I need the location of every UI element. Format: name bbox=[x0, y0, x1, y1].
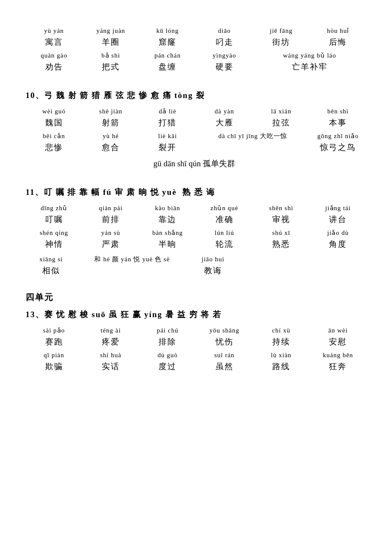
word-shejian: shè jiàn 射箭 bbox=[82, 106, 139, 129]
hanzi-jiefang: 街坊 bbox=[272, 36, 290, 49]
section10-grid: wèi guó 魏国 shè jiàn 射箭 dǎ liè 打猎 dà yàn … bbox=[26, 106, 366, 154]
hanzi-houhui: 后悔 bbox=[329, 36, 347, 49]
word-bashi: bǎ shì 把式 bbox=[82, 50, 139, 73]
pinyin-quangao: quàn gào bbox=[40, 50, 67, 61]
word-shenqing: shén qíng 神情 bbox=[26, 228, 82, 251]
section11-header: 11、叮 嘱 排 靠 幅 fú 审 肃 晌 悦 yuè 熟 悉 诲 bbox=[26, 183, 366, 201]
word-laxian: lā xián 拉弦 bbox=[253, 106, 309, 129]
word-kuangben: kuáng bēn 狂奔 bbox=[310, 350, 366, 373]
section10: 10、弓 魏 射 箭 猎 雁 弦 悲 惨 愈 痛 tòng 裂 wèi guó … bbox=[26, 87, 366, 171]
section11-grid: dīng zhǔ 叮嘱 qián pái 前排 kào biān 靠边 zhǔn… bbox=[26, 203, 366, 251]
pinyin-yingyao: yìngyào bbox=[213, 50, 236, 61]
hanzi-wangyangbulao: 亡羊补牢 bbox=[292, 61, 328, 73]
word-dachiyijing: dà chī yī jīng 大吃一惊 bbox=[196, 131, 310, 154]
hanzi-quangao: 劝告 bbox=[45, 61, 63, 73]
word-banshang: bàn shǎng 半晌 bbox=[139, 228, 196, 251]
word-saipao: sài pǎo 赛跑 bbox=[26, 325, 82, 348]
word-dingzhu: dīng zhǔ 叮嘱 bbox=[26, 203, 82, 226]
word-tengai: téng ài 疼爱 bbox=[82, 325, 139, 348]
word-liekai: liè kāi 裂开 bbox=[139, 131, 196, 154]
word-houhui: hòu huǐ 后悔 bbox=[310, 26, 366, 49]
word-lunliu: lún liú 轮流 bbox=[196, 228, 253, 251]
word-chixu: chí xù 持续 bbox=[253, 325, 309, 348]
word-shenshi: shěn shì 审视 bbox=[253, 203, 309, 226]
label-four-unit: 四单元 bbox=[26, 290, 366, 304]
pinyin-kulong: kū lóng bbox=[156, 26, 179, 36]
word-kaobian: kào biān 靠边 bbox=[139, 203, 196, 226]
word-beican: bēi cǎn 悲惨 bbox=[26, 131, 82, 154]
hanzi-yangjuan: 羊圈 bbox=[102, 36, 120, 49]
word-suiran: suī rán 虽然 bbox=[196, 350, 253, 373]
hanzi-kulong: 窟窿 bbox=[159, 36, 176, 49]
hanzi-panchan: 盘缠 bbox=[159, 61, 176, 73]
hanzi-diao: 叼走 bbox=[216, 36, 233, 49]
word-zhunque: zhǔn què 准确 bbox=[196, 203, 253, 226]
section13-grid: sài pǎo 赛跑 téng ài 疼爱 pái chú 排除 yōu shā… bbox=[26, 325, 366, 373]
word-weiguo: wèi guó 魏国 bbox=[26, 106, 82, 129]
word-qipian: qī piàn 欺骗 bbox=[26, 350, 82, 373]
hanzi-yuyan: 寓言 bbox=[45, 36, 63, 49]
word-yansu: yán sù 严肃 bbox=[82, 228, 139, 251]
word-paichu: pái chú 排除 bbox=[139, 325, 196, 348]
word-yuhe: yù hé 愈合 bbox=[82, 131, 139, 154]
word-luxian: lù xiàn 路线 bbox=[253, 350, 309, 373]
word-yuyan: yù yán 寓言 bbox=[26, 26, 82, 49]
hanzi-yingyao: 硬要 bbox=[216, 61, 233, 73]
word-duguo: dù guò 度过 bbox=[139, 350, 196, 373]
word-jiefang: jiē fāng 街坊 bbox=[253, 26, 309, 49]
word-jiaohui: jiāo huì 教诲 bbox=[187, 254, 239, 277]
word-qianpai: qián pái 前排 bbox=[82, 203, 139, 226]
section10-header: 10、弓 魏 射 箭 猎 雁 弦 悲 惨 愈 痛 tòng 裂 bbox=[26, 87, 366, 104]
word-wangyangbulao: wáng yáng bǔ láo 亡羊补牢 bbox=[253, 50, 366, 73]
word-xiangsi: xiāng sì 相似 bbox=[26, 254, 77, 277]
word-quangao: quàn gào 劝告 bbox=[26, 50, 82, 73]
pinyin-yangjuan: yáng juàn bbox=[96, 26, 125, 36]
pinyin-bashi: bǎ shì bbox=[101, 50, 120, 61]
section10-extra: gū dān shī qún 孤单失群 bbox=[26, 157, 366, 170]
hanzi-bashi: 把式 bbox=[102, 61, 120, 73]
pinyin-houhui: hòu huǐ bbox=[327, 26, 349, 36]
top-vocab-grid: yù yán 寓言 yáng juàn 羊圈 kū lóng 窟窿 diāo 叼… bbox=[26, 26, 366, 74]
word-panchan: pán chán 盘缠 bbox=[139, 50, 196, 73]
word-youshang: yōu shāng 忧伤 bbox=[196, 325, 253, 348]
page-content: yù yán 寓言 yáng juàn 羊圈 kū lóng 窟窿 diāo 叼… bbox=[26, 26, 366, 373]
word-yangjuan: yáng juàn 羊圈 bbox=[82, 26, 139, 49]
section11: 11、叮 嘱 排 靠 幅 fú 审 肃 晌 悦 yuè 熟 悉 诲 dīng z… bbox=[26, 183, 366, 278]
word-diao: diāo 叼走 bbox=[196, 26, 253, 49]
word-dayan: dà yàn 大雁 bbox=[196, 106, 253, 129]
word-kulong: kū lóng 窟窿 bbox=[139, 26, 196, 49]
word-yingyao: yìngyào 硬要 bbox=[196, 50, 253, 73]
section11-lastrow: xiāng sì 相似 和 hé 颜 yán 悦 yuè 色 sè jiāo h… bbox=[26, 254, 366, 277]
word-benshi: bēn shì 本事 bbox=[310, 106, 366, 129]
top-vocab-section: yù yán 寓言 yáng juàn 羊圈 kū lóng 窟窿 diāo 叼… bbox=[26, 26, 366, 74]
section13: 13、赛 忧 慰 梭 suō 虽 狂 赢 yíng 暑 益 穷 将 若 sài … bbox=[26, 306, 366, 373]
word-gonghziniao: gōng zhī niǎo 惊弓之鸟 bbox=[310, 131, 366, 154]
word-dalie: dǎ liè 打猎 bbox=[139, 106, 196, 129]
word-heyanyuese: 和 hé 颜 yán 悦 yuè 色 sè bbox=[77, 254, 187, 264]
pinyin-yuyan: yù yán bbox=[44, 26, 63, 36]
pinyin-diao: diāo bbox=[218, 26, 231, 36]
word-shihua: shí huà 实话 bbox=[82, 350, 139, 373]
word-shuxi: shú xī 熟悉 bbox=[253, 228, 309, 251]
section13-header: 13、赛 忧 慰 梭 suō 虽 狂 赢 yíng 暑 益 穷 将 若 bbox=[26, 306, 366, 324]
pinyin-wangyangbulao: wáng yáng bǔ láo bbox=[283, 50, 336, 61]
word-jiangtai: jiǎng tái 讲台 bbox=[310, 203, 366, 226]
pinyin-jiefang: jiē fāng bbox=[270, 26, 292, 36]
word-anwei: ān wèi 安慰 bbox=[310, 325, 366, 348]
pinyin-panchan: pán chán bbox=[154, 50, 181, 61]
word-jiaodum: jiǎo dù 角度 bbox=[310, 228, 366, 251]
